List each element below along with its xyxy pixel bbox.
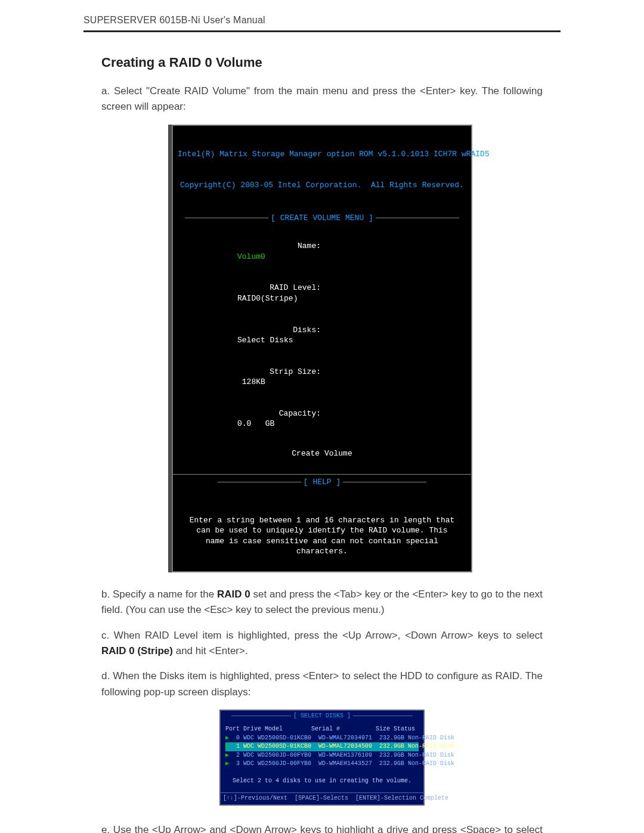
disks-rows: ▶ 0 WDC WD2500SD-01KCB0 WD-WMAL72034971 … [225,734,419,769]
disks-footer: [↑↓]-Previous/Next [SPACE]-Selects [ENTE… [221,792,423,804]
disk-row-marker-icon: ▶ [225,735,229,741]
bios-name-label: Name: [231,241,321,252]
bios-fields: Name: Volum0 RAID Level: RAID0(Stripe) D… [173,227,471,468]
bios-raid-value: RAID0(Stripe) [231,293,298,304]
bios-title-line2: Copyright(C) 2003-05 Intel Corporation. … [178,180,466,191]
paragraph-c-pre: c. When RAID Level item is highlighted, … [101,630,543,641]
paragraph-e: e. Use the <Up Arrow> and <Down Arrow> k… [101,822,543,833]
disks-note: Select 2 to 4 disks to use in creating t… [225,769,419,791]
bios-name-value: Volum0 [231,252,265,262]
bios-title: Intel(R) Matrix Storage Manager option R… [173,126,471,213]
bios-select-disks-screenshot: [ SELECT DISKS ] Port Drive Model Serial… [219,710,425,806]
disks-title: [ SELECT DISKS ] [221,711,423,722]
bios-disks-value: Select Disks [231,335,293,346]
disks-row: ▶ 0 WDC WD2500SD-01KCB0 WD-WMAL72034971 … [225,734,419,743]
disk-row-marker-icon: ▶ [225,752,229,758]
disks-row: ▶ 3 WDC WD2500JD-00FYB0 WD-WMAEH1443527 … [225,760,419,769]
paragraph-c: c. When RAID Level item is highlighted, … [101,628,543,659]
bios-menu-label: [ CREATE VOLUME MENU ] [173,213,471,224]
bios-strip-label: Strip Size: [231,367,321,377]
bios-create-volume: Create Volume [185,448,459,459]
bios-title-line1: Intel(R) Matrix Storage Manager option R… [178,149,466,160]
running-header: SUPERSERVER 6015B-Ni User's Manual [83,15,561,29]
bios-cap-value: 0.0 GB [231,419,274,429]
disks-row: ▶ 2 WDC WD2500JD-00FYB0 WD-WMAEH1376109 … [225,751,419,760]
disks-row: ▶ 1 WDC WD2500SD-01KCB0 WD-WMAL72034509 … [225,742,419,751]
body-content: Creating a RAID 0 Volume a. Select "Crea… [83,55,561,833]
bios-strip-value: 128KB [231,377,265,388]
paragraph-d: d. When the Disks item is highlighted, p… [101,668,543,700]
bios-disks-label: Disks: [231,325,321,336]
bios-raid-label: RAID Level: [231,283,321,293]
paragraph-c-bold: RAID 0 (Stripe) [101,645,173,657]
paragraph-b-pre: b. Specify a name for the [101,589,217,600]
paragraph-a: a. Select "Create RAID Volume" from the … [101,83,543,115]
header-rule [83,30,561,32]
disk-row-marker-icon: ▶ [225,760,229,767]
bios-create-volume-screenshot: Intel(R) Matrix Storage Manager option R… [172,125,472,572]
bios-help-label: [ HELP ] [173,477,471,488]
bios-help-text: Enter a string between 1 and 16 characte… [173,491,471,571]
paragraph-c-post: and hit <Enter>. [173,645,248,657]
bios-cap-label: Capacity: [231,408,321,419]
paragraph-b-bold: RAID 0 [217,589,250,600]
disks-header: Port Drive Model Serial # Size Status [225,725,419,734]
section-heading: Creating a RAID 0 Volume [101,55,543,70]
bios-divider [173,474,471,475]
disk-row-marker-icon: ▶ [225,743,229,750]
paragraph-b: b. Specify a name for the RAID 0 set and… [101,587,543,618]
